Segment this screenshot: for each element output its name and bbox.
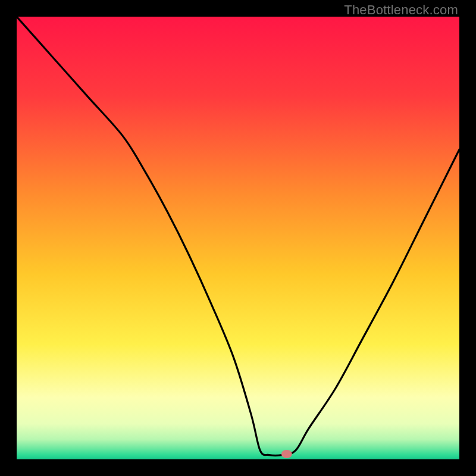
plot-area [17, 17, 459, 459]
bottleneck-curve [17, 17, 459, 455]
watermark-text: TheBottleneck.com [344, 2, 458, 18]
optimum-marker-icon [281, 450, 292, 458]
chart-frame: TheBottleneck.com [0, 0, 476, 476]
curve-layer [17, 17, 459, 459]
